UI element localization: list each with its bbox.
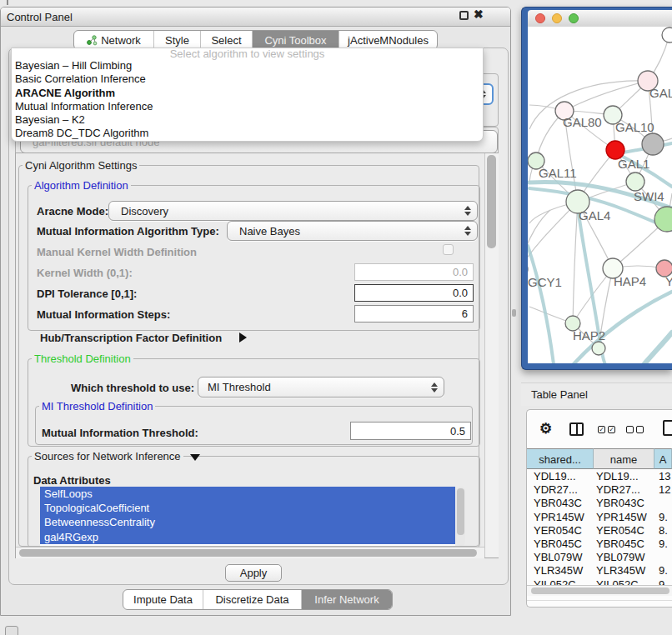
window-edge-artifact <box>7 0 8 5</box>
network-edge[interactable] <box>564 81 648 111</box>
split-columns-icon[interactable] <box>569 422 584 436</box>
network-node[interactable] <box>642 133 664 155</box>
apply-button[interactable]: Apply <box>225 564 282 582</box>
which-threshold-value: MI Threshold <box>198 381 271 393</box>
which-threshold-combo[interactable]: MI Threshold <box>198 377 444 398</box>
popup-algorithm-item[interactable]: Basic Correlation Inference <box>12 72 483 86</box>
close-panel-icon[interactable]: ✖ <box>474 8 484 21</box>
network-node[interactable] <box>662 28 672 42</box>
network-edge[interactable] <box>528 202 578 269</box>
control-panel-titlebar[interactable] <box>1 8 510 27</box>
table-cell[interactable]: YDL19... <box>596 470 639 482</box>
gear-icon[interactable]: ⚙ <box>539 422 552 436</box>
table-cell[interactable]: YPR145W <box>596 511 647 523</box>
tab-impute-data[interactable]: Impute Data <box>123 590 203 609</box>
table-cell[interactable]: 8. <box>659 524 668 537</box>
attributes-scrollbar-track[interactable] <box>456 487 465 546</box>
settings-hscrollbar-track[interactable] <box>16 547 484 558</box>
table-cell[interactable]: YER054C <box>534 524 582 537</box>
apply-button-label: Apply <box>240 567 268 579</box>
table-cell[interactable]: 9. <box>659 538 668 550</box>
popup-algorithm-item[interactable]: Bayesian – K2 <box>12 113 483 127</box>
table-cell[interactable]: YER054C <box>596 524 644 537</box>
unchecked-boxes-icon[interactable] <box>626 426 644 433</box>
network-edge-highlighted[interactable] <box>642 332 672 363</box>
tab-infer-network[interactable]: Infer Network <box>301 590 392 609</box>
settings-hscrollbar-thumb[interactable] <box>19 549 477 557</box>
data-attribute-item[interactable]: BetweennessCentrality <box>40 515 455 529</box>
table-cell[interactable]: 12 <box>659 483 670 496</box>
data-attribute-item[interactable]: gal4RGexp <box>40 530 455 544</box>
table-cell[interactable]: YDL19... <box>534 470 576 482</box>
table-cell[interactable]: 13 <box>659 470 670 482</box>
network-edge-highlighted[interactable] <box>528 246 554 363</box>
zoom-window-icon[interactable] <box>569 13 579 23</box>
expand-right-icon[interactable] <box>239 332 247 342</box>
popup-algorithm-item[interactable]: ARACNE Algorithm <box>12 87 483 100</box>
table-cell[interactable]: YIL052C <box>534 578 576 585</box>
table-cell[interactable]: YBR045C <box>534 538 582 550</box>
network-node[interactable] <box>592 342 605 355</box>
table-column-header[interactable]: A <box>654 448 672 469</box>
table-cell[interactable]: YIL052C <box>596 578 639 585</box>
table-cell[interactable]: YLR345W <box>596 564 645 577</box>
popup-algorithm-item[interactable]: Bayesian – Hill Climbing <box>12 59 483 72</box>
table-cell[interactable]: YDR27... <box>534 483 578 496</box>
collapse-down-icon[interactable] <box>190 454 200 461</box>
table-cell[interactable]: 9. <box>659 511 668 523</box>
tab-cyni-toolbox[interactable]: Cyni Toolbox <box>252 31 339 49</box>
manual-kernel-checkbox[interactable] <box>443 244 454 255</box>
tab-style-label: Style <box>165 34 189 47</box>
table-cell[interactable]: YPR145W <box>534 511 584 523</box>
hub-section-label[interactable]: Hub/Transcription Factor Definition <box>40 332 222 344</box>
dpi-tolerance-label: DPI Tolerance [0,1]: <box>37 288 137 300</box>
network-canvas[interactable]: GALGAL80GAL10GAL1GAL11GAL4SWI4GCY1HAP4YH… <box>528 27 672 363</box>
table-cell[interactable]: YBR043C <box>534 497 582 509</box>
table-panel-footer <box>527 595 672 601</box>
table-cell[interactable]: YBR045C <box>596 538 644 550</box>
tab-discretize-data-label: Discretize Data <box>215 593 288 606</box>
panel-splitter-handle[interactable] <box>512 309 516 317</box>
table-cell[interactable]: 9 <box>659 578 664 585</box>
close-window-icon[interactable] <box>535 13 545 23</box>
table-cell[interactable]: 9. <box>659 564 668 577</box>
kernel-width-field[interactable]: 0.0 <box>354 263 474 281</box>
data-attribute-item[interactable]: TopologicalCoefficient <box>40 501 455 515</box>
table-cell[interactable]: YDR27... <box>596 483 640 496</box>
data-attribute-item[interactable]: SelfLoops <box>40 487 455 501</box>
table-cell[interactable]: YBL079W <box>596 551 645 563</box>
tab-select[interactable]: Select <box>200 31 252 49</box>
algorithm-popup: Select algorithm to view settings Bayesi… <box>11 48 484 142</box>
dpi-tolerance-field[interactable]: 0.0 <box>354 284 474 302</box>
network-edge[interactable] <box>573 202 578 323</box>
table-column-header[interactable]: name <box>594 448 654 469</box>
tab-discretize-data[interactable]: Discretize Data <box>203 590 301 609</box>
mi-steps-value: 6 <box>462 308 468 320</box>
mi-steps-field[interactable]: 6 <box>354 305 474 322</box>
table-cell[interactable]: YBL079W <box>534 551 583 563</box>
tab-network[interactable]: Network <box>74 31 153 49</box>
checked-boxes-icon[interactable]: ✓ ✓ <box>598 426 615 433</box>
settings-vscrollbar-track[interactable] <box>484 153 499 558</box>
minimized-panel-icon[interactable] <box>5 626 18 635</box>
mi-steps-label: Mutual Information Steps: <box>37 308 170 321</box>
table-hscrollbar-thumb[interactable] <box>531 588 669 594</box>
tab-style[interactable]: Style <box>153 31 200 49</box>
aracne-mode-combo[interactable]: Discovery <box>108 201 478 221</box>
mi-threshold-field[interactable]: 0.5 <box>350 422 471 440</box>
table-cell[interactable]: YLR345W <box>534 564 583 577</box>
network-view-titlebar[interactable] <box>528 10 672 28</box>
popup-algorithm-item[interactable]: Mutual Information Inference <box>12 100 483 113</box>
popup-algorithm-item[interactable]: Dream8 DC_TDC Algorithm <box>12 127 483 140</box>
table-column-header[interactable]: shared... <box>527 448 594 469</box>
float-panel-icon[interactable] <box>459 11 469 20</box>
network-node[interactable] <box>626 172 644 191</box>
minimize-window-icon[interactable] <box>552 13 562 23</box>
tab-jactivemnodules[interactable]: jActiveMNodules <box>339 31 437 49</box>
attributes-scrollbar-thumb[interactable] <box>457 488 464 535</box>
mi-algorithm-type-value: Naive Bayes <box>228 225 300 238</box>
mi-algorithm-type-combo[interactable]: Naive Bayes <box>227 221 478 241</box>
settings-vscrollbar-thumb[interactable] <box>487 155 496 248</box>
table-cell[interactable]: YBR043C <box>596 497 644 509</box>
table-doc-icon[interactable] <box>663 420 672 436</box>
